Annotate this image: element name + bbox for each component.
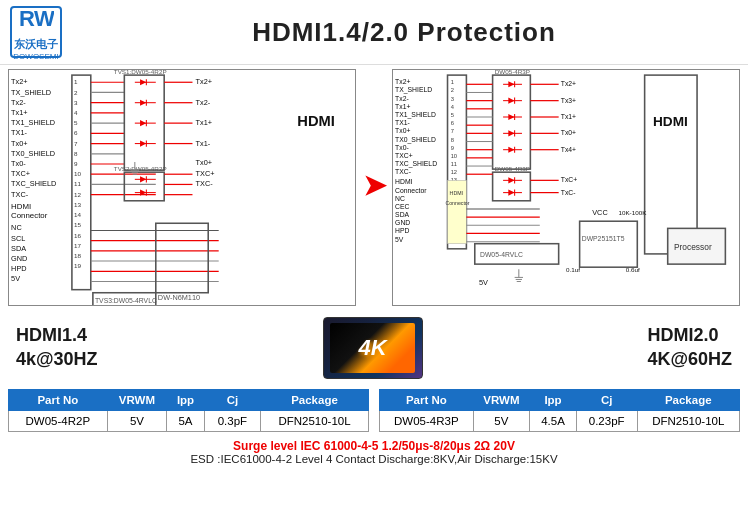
svg-marker-63 bbox=[140, 120, 146, 126]
svg-text:4: 4 bbox=[74, 109, 78, 116]
svg-text:Tx4+: Tx4+ bbox=[561, 146, 576, 153]
svg-text:10: 10 bbox=[451, 153, 457, 159]
col-header-cj-right: Cj bbox=[576, 390, 637, 411]
page-title: HDMI1.4/2.0 Protection bbox=[70, 17, 738, 48]
svg-text:8: 8 bbox=[451, 137, 454, 143]
svg-text:4: 4 bbox=[451, 104, 454, 110]
svg-text:3: 3 bbox=[451, 96, 454, 102]
cell-part-no: DW05-4R2P bbox=[9, 411, 108, 432]
svg-text:TVS2:DW05-4R2P: TVS2:DW05-4R2P bbox=[114, 165, 167, 172]
svg-marker-168 bbox=[508, 177, 514, 183]
svg-text:5V: 5V bbox=[479, 278, 488, 287]
svg-marker-57 bbox=[140, 79, 146, 85]
svg-text:12: 12 bbox=[451, 169, 457, 175]
svg-text:SDA: SDA bbox=[11, 244, 26, 253]
svg-text:NC: NC bbox=[395, 195, 405, 202]
svg-text:2: 2 bbox=[451, 88, 454, 94]
svg-marker-160 bbox=[508, 130, 514, 136]
svg-text:1: 1 bbox=[74, 78, 78, 85]
svg-text:9: 9 bbox=[74, 160, 78, 167]
svg-text:Tx1-: Tx1- bbox=[196, 139, 211, 148]
svg-text:Tx0+: Tx0+ bbox=[561, 129, 576, 136]
middle-section: HDMI1.4 4k@30HZ 4K HDMI2.0 4K@60HZ bbox=[0, 310, 748, 385]
col-header-vrwm-left: VRWM bbox=[107, 390, 167, 411]
footer: Surge level IEC 61000-4-5 1.2/50μs-8/20μ… bbox=[0, 436, 748, 468]
arrow-icon: ➤ bbox=[363, 169, 386, 202]
svg-text:7: 7 bbox=[451, 128, 454, 134]
svg-text:Connector: Connector bbox=[445, 200, 469, 206]
logo-en: DOWOSEMI bbox=[13, 52, 58, 61]
svg-text:TxC+: TxC+ bbox=[561, 176, 578, 183]
svg-text:Tx1+: Tx1+ bbox=[196, 118, 213, 127]
svg-text:13: 13 bbox=[74, 201, 82, 208]
col-header-vrwm-right: VRWM bbox=[473, 390, 530, 411]
svg-text:TX1-: TX1- bbox=[395, 119, 410, 126]
svg-text:Connector: Connector bbox=[395, 187, 427, 194]
svg-text:Tx2+: Tx2+ bbox=[395, 78, 410, 85]
svg-text:Tx1+: Tx1+ bbox=[11, 108, 28, 117]
svg-text:TX0_SHIELD: TX0_SHIELD bbox=[395, 136, 436, 144]
svg-text:7: 7 bbox=[74, 140, 78, 147]
cell-vrwm-r: 5V bbox=[473, 411, 530, 432]
svg-text:HDMI: HDMI bbox=[653, 114, 688, 129]
svg-text:11: 11 bbox=[74, 181, 82, 188]
svg-text:Tx1+: Tx1+ bbox=[395, 103, 410, 110]
cell-ipp-r: 4.5A bbox=[530, 411, 577, 432]
svg-text:HDMI: HDMI bbox=[11, 202, 31, 211]
svg-text:TX1-: TX1- bbox=[11, 128, 27, 137]
cell-cj-r: 0.23pF bbox=[576, 411, 637, 432]
cell-part-no-r: DW05-4R3P bbox=[380, 411, 474, 432]
svg-text:5: 5 bbox=[74, 119, 78, 126]
svg-text:TVS1:DW05-4R2P: TVS1:DW05-4R2P bbox=[114, 70, 167, 75]
svg-text:TX_SHIELD: TX_SHIELD bbox=[395, 87, 432, 95]
header: R W 东沃电子 DOWOSEMI HDMI1.4/2.0 Protection bbox=[0, 0, 748, 65]
svg-text:TXC+: TXC+ bbox=[395, 152, 413, 159]
svg-marker-71 bbox=[140, 176, 146, 182]
svg-text:DW05-4R3P: DW05-4R3P bbox=[495, 165, 530, 172]
svg-text:HDMI: HDMI bbox=[450, 190, 463, 196]
cell-package-r: DFN2510-10L bbox=[637, 411, 740, 432]
svg-text:19: 19 bbox=[74, 262, 82, 269]
esd-text: ESD :IEC61000-4-2 Level 4 Contact Discha… bbox=[10, 453, 738, 465]
diagram-right: Tx2+ TX_SHIELD Tx2- Tx1+ TX1_SHIELD TX1-… bbox=[392, 69, 740, 306]
hdmi14-label-line2: 4k@30HZ bbox=[16, 348, 98, 371]
col-header-ipp-left: Ipp bbox=[167, 390, 205, 411]
svg-text:SCL: SCL bbox=[11, 234, 25, 243]
table-row: DW05-4R2P 5V 5A 0.3pF DFN2510-10L bbox=[9, 411, 369, 432]
svg-marker-163 bbox=[508, 147, 514, 153]
svg-text:Tx2+: Tx2+ bbox=[196, 77, 213, 86]
cell-ipp: 5A bbox=[167, 411, 205, 432]
svg-text:Tx0-: Tx0- bbox=[11, 159, 26, 168]
svg-text:15: 15 bbox=[74, 221, 82, 228]
svg-marker-154 bbox=[508, 98, 514, 104]
diagram-arrow: ➤ bbox=[360, 69, 388, 306]
svg-text:11: 11 bbox=[451, 161, 457, 167]
svg-text:Tx2-: Tx2- bbox=[395, 95, 409, 102]
svg-text:Tx0+: Tx0+ bbox=[196, 158, 213, 167]
svg-text:HDMI: HDMI bbox=[395, 179, 413, 186]
svg-text:DWP25151T5: DWP25151T5 bbox=[582, 235, 625, 242]
table-right: Part No VRWM Ipp Cj Package DW05-4R3P 5V… bbox=[379, 389, 740, 432]
svg-text:TX0_SHIELD: TX0_SHIELD bbox=[11, 149, 55, 158]
svg-text:TXC+: TXC+ bbox=[196, 169, 215, 178]
svg-text:17: 17 bbox=[74, 242, 82, 249]
svg-text:Connector: Connector bbox=[11, 211, 48, 220]
svg-text:Tx0-: Tx0- bbox=[395, 144, 409, 151]
surge-text: Surge level IEC 61000-4-5 1.2/50μs-8/20μ… bbox=[10, 439, 738, 453]
svg-text:Tx2-: Tx2- bbox=[11, 98, 26, 107]
svg-text:CEC: CEC bbox=[395, 203, 410, 210]
svg-marker-66 bbox=[140, 141, 146, 147]
svg-text:TXC-: TXC- bbox=[395, 168, 411, 175]
svg-rect-148 bbox=[493, 75, 531, 169]
col-header-part-no-left: Part No bbox=[9, 390, 108, 411]
tables-area: Part No VRWM Ipp Cj Package DW05-4R2P 5V… bbox=[0, 385, 748, 436]
svg-rect-200 bbox=[645, 75, 697, 254]
col-header-package-right: Package bbox=[637, 390, 740, 411]
col-header-part-no-right: Part No bbox=[380, 390, 474, 411]
svg-text:18: 18 bbox=[74, 252, 82, 259]
diagram-area: Tx2+ TX_SHIELD Tx2- Tx1+ TX1_SHIELD TX1-… bbox=[0, 65, 748, 310]
svg-text:16: 16 bbox=[74, 232, 82, 239]
svg-text:10: 10 bbox=[74, 170, 82, 177]
logo: R W 东沃电子 DOWOSEMI bbox=[10, 6, 62, 58]
svg-text:Tx2+: Tx2+ bbox=[561, 80, 576, 87]
